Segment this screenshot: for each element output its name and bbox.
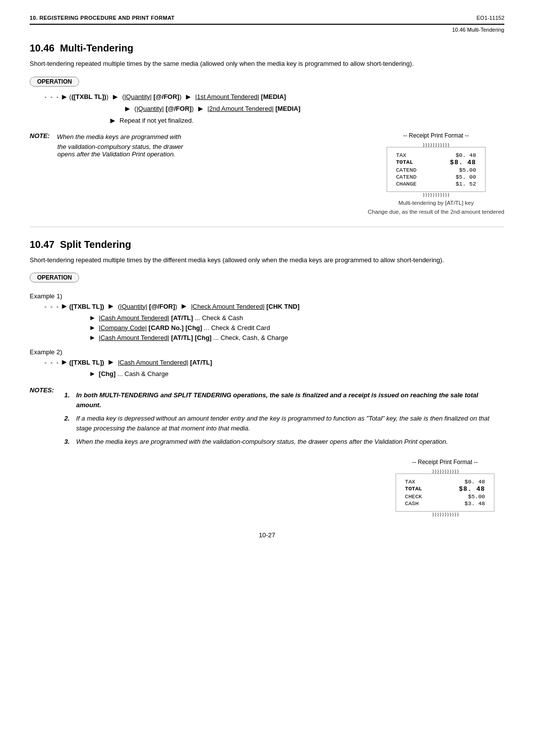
example2-arrow-1: ► [60, 358, 68, 367]
sub3-arrow: ► [89, 333, 96, 341]
flow-row-1: - - - ► (([TXBL TL])) ► (|Quantity| [@/F… [44, 93, 504, 101]
receipt-caption-2: Change due, as the result of the 2nd amo… [368, 209, 504, 215]
receipt-row-change: CHANGE $1. 52 [396, 181, 476, 187]
example2-sub-rows: ► [Chg] ... Cash & Charge [89, 370, 504, 378]
repeat-text: Repeat if not yet finalized. [120, 117, 194, 124]
header-sub-text: 10.46 Multi-Tendering [452, 27, 504, 33]
arrow-1: ► [60, 93, 68, 101]
receipt-label-2: -- Receipt Print Format -- [412, 459, 478, 466]
receipt-row-catend2: CATEND $5. 00 [396, 174, 476, 180]
section-1046: 10.46 Multi-Tendering Short-tendering re… [30, 43, 504, 215]
example2-step2: |Cash Amount Tendered| [AT/TL] [118, 359, 212, 366]
section-1047-desc: Short-tendering repeated multiple times … [30, 255, 504, 265]
receipt-area-1: -- Receipt Print Format -- ⌇⌇⌇⌇⌇⌇⌇⌇⌇⌇⌇ T… [368, 132, 504, 215]
note-item-1: 1. In both MULTI-TENDERING and SPLIT TEN… [64, 390, 504, 410]
sub2-arrow: ► [89, 324, 96, 331]
example1-flow-row: - - - ► ([TXBL TL]) ► (|Quantity| [@/FOR… [44, 302, 504, 311]
flow-step2: (|Quantity| [@/FOR]) [122, 93, 181, 100]
receipt2-row-total: TOTAL $8. 48 [405, 485, 485, 493]
receipt-row-tax: TAX $0. 48 [396, 152, 476, 158]
flow-diagram-1: - - - ► (([TXBL TL])) ► (|Quantity| [@/F… [44, 93, 504, 125]
receipt2-row-tax: TAX $0. 48 [405, 478, 485, 485]
receipt-wave-top-1: ⌇⌇⌇⌇⌇⌇⌇⌇⌇⌇⌇ [368, 142, 504, 147]
section-1047-title: 10.47 Split Tendering [30, 239, 504, 250]
example1-dashes: - - - [44, 303, 59, 310]
notes-section: NOTES: 1. In both MULTI-TENDERING and SP… [30, 386, 504, 451]
example1-arrow-2: ► [107, 302, 115, 311]
receipt-caption-1: Multi-tendering by [AT/TL] key [399, 200, 474, 206]
example1-step3: |Check Amount Tendered| [CHK TND] [191, 303, 300, 310]
flow-step5: |2nd Amount Tendered| [MEDIA] [208, 105, 301, 112]
page-number: 10-27 [259, 531, 275, 539]
section-divider [30, 227, 504, 227]
example1-arrow-1: ► [60, 302, 68, 311]
receipt-box-2: TAX $0. 48 TOTAL $8. 48 CHECK $5.00 CASH… [396, 473, 494, 512]
arrow-5: ► [197, 104, 205, 113]
page-footer: 10-27 [30, 531, 504, 539]
example1-sub1: ► |Cash Amount Tendered| [AT/TL] ... Che… [89, 314, 504, 322]
receipt-label-1: -- Receipt Print Format -- [403, 132, 469, 139]
example1-step2: (|Quantity| [@/FOR]) [118, 303, 177, 310]
example2-sub1: ► [Chg] ... Cash & Charge [89, 370, 504, 378]
receipt-row-catend1: CATEND $5.00 [396, 167, 476, 173]
flow-diagram-2: - - - ► ([TXBL TL]) ► (|Quantity| [@/FOR… [44, 302, 504, 341]
receipt-area-2: -- Receipt Print Format -- ⌇⌇⌇⌇⌇⌇⌇⌇⌇⌇⌇ T… [386, 459, 504, 517]
example1-sub-rows: ► |Cash Amount Tendered| [AT/TL] ... Che… [89, 314, 504, 341]
note-label-1: NOTE: [30, 132, 57, 142]
example2-step1: ([TXBL TL]) [69, 359, 104, 366]
note-text-3: opens after the Validation Print operati… [57, 150, 183, 158]
arrow-6: ► [109, 116, 117, 125]
note-text-2: the validation-compulsory status, the dr… [57, 143, 183, 150]
example-1-label: Example 1) [30, 292, 504, 300]
note-section-1: NOTE: When the media keys are programmed… [30, 132, 504, 215]
note-item-2: 2. If a media key is depressed without a… [64, 414, 504, 433]
section-1046-title: 10.46 Multi-Tendering [30, 43, 504, 54]
repeat-row: ► Repeat if not yet finalized. [109, 116, 504, 125]
flow-row-2: ► (|Quantity| [@/FOR]) ► |2nd Amount Ten… [124, 104, 504, 113]
operation-badge-2: OPERATION [30, 273, 79, 283]
flow-step3: |1st Amount Tendered| [MEDIA] [195, 93, 286, 100]
note-text-1: When the media keys are programmed with [57, 132, 181, 142]
example1-step1: ([TXBL TL]) [69, 303, 104, 310]
header-right: EO1-11152 [477, 15, 504, 21]
arrow-3: ► [184, 93, 192, 101]
example2-dashes: - - - [44, 359, 59, 366]
example1-sub2: ► |Company Code| [CARD No.] [Chg] ... Ch… [89, 324, 504, 331]
arrow-2: ► [111, 93, 119, 101]
bottom-receipt-area: -- Receipt Print Format -- ⌇⌇⌇⌇⌇⌇⌇⌇⌇⌇⌇ T… [30, 459, 504, 517]
receipt2-row-cash: CASH $3. 48 [405, 500, 485, 507]
note-line-1: NOTE: When the media keys are programmed… [30, 132, 183, 142]
flow-step1: (([TXBL TL])) [69, 93, 108, 100]
arrow-4: ► [124, 104, 132, 113]
receipt-wave-top-2: ⌇⌇⌇⌇⌇⌇⌇⌇⌇⌇⌇ [386, 469, 504, 473]
sub1-arrow: ► [89, 314, 96, 322]
receipt-box-1: TAX $0. 48 TOTAL $8. 48 CATEND $5.00 CAT… [387, 147, 486, 192]
receipt-wave-bottom-2: ⌇⌇⌇⌇⌇⌇⌇⌇⌇⌇⌇ [386, 512, 504, 517]
receipt-row-total: TOTAL $8. 48 [396, 159, 476, 166]
sub4-arrow: ► [89, 370, 96, 378]
example1-sub3: ► |Cash Amount Tendered| [AT/TL] [Chg] .… [89, 333, 504, 341]
section-1046-desc: Short-tendering repeated multiple times … [30, 59, 504, 69]
example1-arrow-3: ► [180, 302, 188, 311]
notes-list: 1. In both MULTI-TENDERING and SPLIT TEN… [64, 390, 504, 451]
notes-header: NOTES: 1. In both MULTI-TENDERING and SP… [30, 386, 504, 451]
notes-label: NOTES: [30, 386, 64, 394]
header-left: 10. REGISTERING PROCEDURE AND PRINT FORM… [30, 15, 175, 21]
note-left-1: NOTE: When the media keys are programmed… [30, 132, 183, 158]
example2-arrow-2: ► [107, 358, 115, 367]
flow-dashes-1: - - - [44, 93, 59, 100]
example-2-label: Example 2) [30, 348, 504, 356]
note-item-3: 3. When the media keys are programmed wi… [64, 437, 504, 447]
operation-badge-1: OPERATION [30, 77, 79, 87]
example2-flow-row: - - - ► ([TXBL TL]) ► |Cash Amount Tende… [44, 358, 504, 367]
receipt-wave-bottom-1: ⌇⌇⌇⌇⌇⌇⌇⌇⌇⌇⌇ [368, 192, 504, 197]
flow-step4: (|Quantity| [@/FOR]) [134, 105, 194, 112]
section-1047: 10.47 Split Tendering Short-tendering re… [30, 239, 504, 517]
receipt2-row-check: CHECK $5.00 [405, 493, 485, 500]
flow-diagram-3: - - - ► ([TXBL TL]) ► |Cash Amount Tende… [44, 358, 504, 378]
header-sub: 10.46 Multi-Tendering [30, 27, 504, 33]
page-header: 10. REGISTERING PROCEDURE AND PRINT FORM… [30, 15, 504, 25]
